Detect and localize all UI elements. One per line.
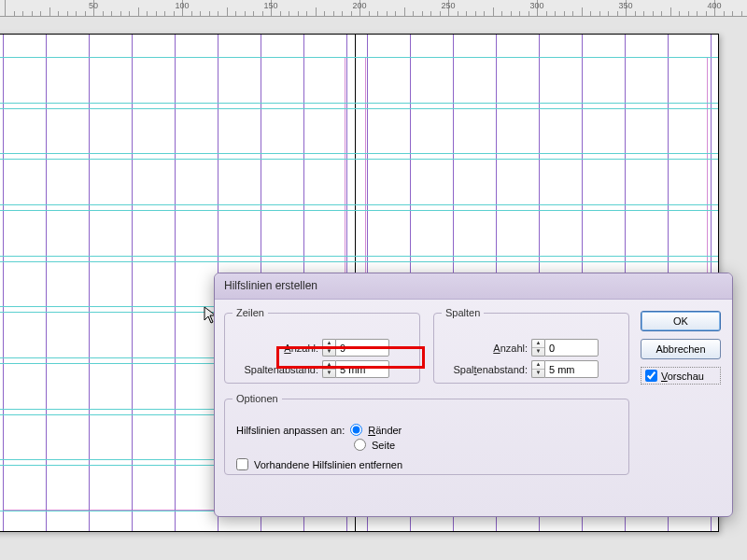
fit-page-radio[interactable] xyxy=(354,439,366,451)
cols-count-spinner[interactable]: ▲▼ xyxy=(531,339,599,357)
options-legend: Optionen xyxy=(233,393,282,404)
rows-count-spinner[interactable]: ▲▼ xyxy=(322,339,389,357)
group-columns: Spalten Anzahl: ▲▼ Spaltenabstand: xyxy=(433,307,629,384)
fit-guides-row: Hilfslinien anpassen an: Ränder xyxy=(236,424,621,436)
cols-gutter-input[interactable] xyxy=(544,360,599,378)
spinner-arrows-icon[interactable]: ▲▼ xyxy=(531,339,544,357)
preview-label: Vorschau xyxy=(661,371,704,382)
rows-count-field: Anzahl: ▲▼ xyxy=(233,339,412,357)
fit-guides-label: Hilfslinien anpassen an: xyxy=(236,425,345,436)
rows-gutter-input[interactable] xyxy=(335,360,389,378)
rows-gutter-spinner[interactable]: ▲▼ xyxy=(322,360,389,378)
columns-legend: Spalten xyxy=(442,307,484,318)
spinner-arrows-icon[interactable]: ▲▼ xyxy=(322,360,335,378)
ok-button[interactable]: OK xyxy=(641,311,721,331)
dialog-body: Zeilen Anzahl: ▲▼ Spaltenabstand: ▲▼ xyxy=(215,300,732,318)
group-rows: Zeilen Anzahl: ▲▼ Spaltenabstand: ▲▼ xyxy=(224,307,420,384)
create-guides-dialog: Hilfslinien erstellen Zeilen Anzahl: ▲▼ … xyxy=(214,273,733,517)
preview-checkbox[interactable] xyxy=(645,370,657,382)
preview-toggle[interactable]: Vorschau xyxy=(641,367,721,385)
cols-count-label: Anzahl: xyxy=(442,343,528,354)
cols-gutter-spinner[interactable]: ▲▼ xyxy=(531,360,599,378)
rows-gutter-label: Spaltenabstand: xyxy=(233,364,318,375)
spinner-arrows-icon[interactable]: ▲▼ xyxy=(322,339,335,357)
cancel-button[interactable]: Abbrechen xyxy=(641,339,721,359)
fit-margins-radio[interactable] xyxy=(350,424,362,436)
cols-gutter-label: Spaltenabstand: xyxy=(442,364,528,375)
rows-gutter-field: Spaltenabstand: ▲▼ xyxy=(233,360,412,378)
fit-page-label: Seite xyxy=(372,440,395,451)
fit-page-row: Seite xyxy=(354,439,621,451)
cols-gutter-field: Spaltenabstand: ▲▼ xyxy=(442,360,621,378)
dialog-title[interactable]: Hilfslinien erstellen xyxy=(215,273,732,300)
remove-existing-label: Vorhandene Hilfslinien entfernen xyxy=(254,459,402,470)
rows-legend: Zeilen xyxy=(233,307,268,318)
ruler-horizontal: 50100150200250300350400 xyxy=(0,0,747,17)
remove-existing-checkbox[interactable] xyxy=(236,458,248,470)
cols-count-field: Anzahl: ▲▼ xyxy=(442,339,621,357)
rows-count-input[interactable] xyxy=(335,339,389,357)
fit-margins-label: Ränder xyxy=(368,425,402,436)
rows-count-label: Anzahl: xyxy=(233,343,318,354)
group-options: Optionen Hilfslinien anpassen an: Ränder… xyxy=(224,393,629,475)
cols-count-input[interactable] xyxy=(544,339,599,357)
dialog-buttons: OK Abbrechen Vorschau xyxy=(641,311,721,385)
canvas[interactable]: Hilfslinien erstellen Zeilen Anzahl: ▲▼ … xyxy=(0,17,747,560)
spinner-arrows-icon[interactable]: ▲▼ xyxy=(531,360,544,378)
remove-guides-row: Vorhandene Hilfslinien entfernen xyxy=(236,458,621,470)
